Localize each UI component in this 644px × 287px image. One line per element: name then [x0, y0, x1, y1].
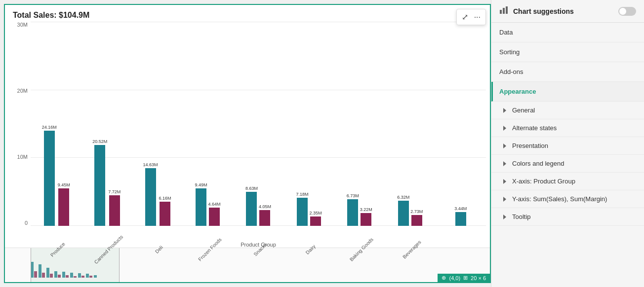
expand-button[interactable]: ⤢: [460, 11, 470, 23]
section-label-general: General: [512, 107, 535, 114]
panel-header-left: Chart suggestions: [499, 5, 574, 17]
bar-teal-0[interactable]: 24.16M: [42, 125, 57, 226]
panel-title: Chart suggestions: [513, 7, 574, 15]
panel-nav-sorting[interactable]: Sorting: [491, 42, 644, 62]
bar-group-8: 3.44M: [436, 206, 486, 226]
panel-nav-appearance[interactable]: Appearance: [491, 82, 644, 102]
bar-group-2: 14.63M6.16MDeli: [132, 162, 182, 226]
status-coords: ⊕: [442, 275, 446, 281]
section-label-alt-states: Alternate states: [512, 124, 557, 132]
chart-suggestions-icon: [499, 5, 509, 17]
chart-container: ⤢ ··· Total Sales: $104.9M 30M 20M 10M 0: [4, 4, 491, 283]
svg-rect-1: [503, 8, 505, 14]
bars-row: 24.16M9.45MProduce20.52M7.72MCanned Prod…: [31, 22, 486, 241]
bar-teal-1[interactable]: 20.52M: [92, 139, 107, 226]
section-label-y-axis: Y-axis: Sum(Sales), Sum(Margin): [512, 195, 607, 203]
panel-nav-addons[interactable]: Add-ons: [491, 62, 644, 82]
chevron-icon-general: [503, 108, 506, 113]
chevron-icon-alt-states: [503, 126, 506, 131]
bar-purple-2[interactable]: 6.16M: [159, 196, 171, 226]
bar-purple-0[interactable]: 9.45M: [58, 182, 70, 226]
bar-chart: 30M 20M 10M 0 24.16M9.45MProduce20.52M7.…: [13, 22, 486, 241]
bar-purple-5[interactable]: 2.35M: [309, 211, 322, 226]
right-panel: Chart suggestions DataSortingAdd-onsAppe…: [491, 0, 644, 287]
bar-teal-8[interactable]: 3.44M: [454, 206, 467, 226]
bar-group-3: 9.49M4.64MFrozen Foods: [182, 182, 233, 226]
bar-teal-7[interactable]: 6.32M: [397, 195, 409, 226]
status-grid-value: 20 × 6: [471, 275, 486, 281]
bar-teal-4[interactable]: 8.63M: [245, 186, 258, 226]
bar-purple-1[interactable]: 7.72M: [108, 189, 121, 226]
bar-group-1: 20.52M7.72MCanned Products: [81, 139, 131, 226]
bar-teal-3[interactable]: 9.49M: [195, 182, 207, 226]
bar-group-7: 6.32M2.73MBeverages: [385, 195, 435, 226]
chevron-icon-presentation: [503, 144, 506, 148]
section-label-presentation: Presentation: [512, 142, 548, 149]
chart-main: 30M 20M 10M 0 24.16M9.45MProduce20.52M7.…: [5, 22, 490, 248]
panel-section-general[interactable]: General: [491, 102, 644, 119]
y-label-30m: 30M: [13, 22, 28, 28]
panel-nav: DataSortingAdd-onsAppearance: [491, 23, 644, 102]
section-label-x-axis: X-axis: Product Group: [512, 178, 575, 185]
panel-header: Chart suggestions: [491, 0, 644, 23]
panel-section-x-axis[interactable]: X-axis: Product Group: [491, 173, 644, 190]
section-label-tooltip: Tooltip: [512, 213, 531, 220]
panel-nav-data[interactable]: Data: [491, 23, 644, 42]
bar-group-0: 24.16M9.45MProduce: [31, 125, 81, 226]
y-label-0: 0: [13, 220, 28, 226]
svg-rect-0: [500, 10, 502, 14]
y-axis: 30M 20M 10M 0: [13, 22, 31, 241]
menu-button[interactable]: ···: [472, 11, 483, 23]
panel-sections: GeneralAlternate statesPresentationColor…: [491, 102, 644, 226]
bar-teal-2[interactable]: 14.63M: [143, 162, 158, 226]
section-label-colors-legend: Colors and legend: [512, 160, 564, 167]
y-label-10m: 10M: [13, 154, 28, 160]
panel-section-tooltip[interactable]: Tooltip: [491, 208, 644, 226]
chart-plot: 24.16M9.45MProduce20.52M7.72MCanned Prod…: [31, 22, 486, 241]
panel-section-presentation[interactable]: Presentation: [491, 137, 644, 155]
status-grid-icon: ⊞: [463, 275, 468, 281]
chevron-icon-x-axis: [503, 179, 506, 184]
bar-group-5: 7.18M2.35MDairy: [283, 192, 334, 226]
chevron-icon-y-axis: [503, 197, 506, 202]
bar-purple-7[interactable]: 2.73M: [410, 209, 423, 226]
bar-teal-6[interactable]: 6.73M: [347, 193, 359, 226]
y-label-20m: 20M: [13, 88, 28, 94]
bar-purple-6[interactable]: 3.22M: [360, 207, 372, 226]
status-coords-value: (4,0): [449, 275, 460, 281]
panel-section-alt-states[interactable]: Alternate states: [491, 119, 644, 137]
panel-section-y-axis[interactable]: Y-axis: Sum(Sales), Sum(Margin): [491, 190, 644, 208]
chevron-icon-tooltip: [503, 215, 506, 219]
chart-status-bar: ⊕ (4,0) ⊞ 20 × 6: [438, 274, 490, 282]
bar-purple-4[interactable]: 4.05M: [259, 204, 271, 226]
chevron-icon-colors-legend: [503, 161, 506, 166]
bar-group-6: 6.73M3.22MBaking Goods: [334, 193, 385, 226]
mini-chart[interactable]: [5, 248, 490, 282]
panel-section-colors-legend[interactable]: Colors and legend: [491, 155, 644, 173]
chart-title: Total Sales: $104.9M: [5, 5, 490, 22]
chart-suggestions-toggle[interactable]: [618, 7, 636, 16]
bar-purple-3[interactable]: 4.64M: [208, 202, 221, 226]
svg-rect-2: [506, 6, 508, 14]
bar-teal-5[interactable]: 7.18M: [296, 192, 308, 226]
bar-group-4: 8.63M4.05MSnacks: [233, 186, 283, 226]
chart-toolbar: ⤢ ···: [456, 9, 486, 25]
